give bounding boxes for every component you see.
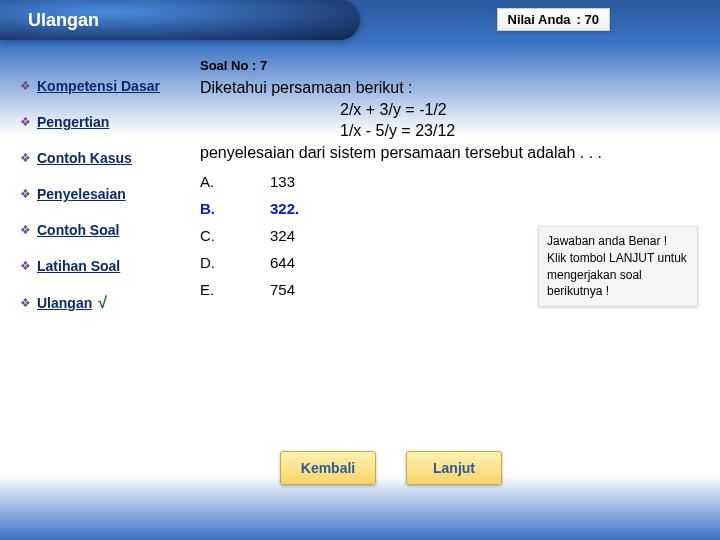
- sidebar-item-label: Penyelesaian: [37, 186, 126, 202]
- sidebar: ❖ Kompetensi Dasar ❖ Pengertian ❖ Contoh…: [0, 58, 190, 332]
- equation-2: 1/x - 5/y = 23/12: [200, 120, 700, 142]
- sidebar-item-label: Latihan Soal: [37, 258, 120, 274]
- option-text: 324: [270, 227, 295, 244]
- sidebar-item-label: Ulangan: [37, 295, 92, 311]
- page-title: Ulangan: [0, 0, 360, 40]
- bullet-icon: ❖: [20, 259, 31, 273]
- sidebar-item-contoh-soal[interactable]: ❖ Contoh Soal: [20, 222, 180, 238]
- option-b[interactable]: B. 322.: [200, 200, 700, 217]
- option-a[interactable]: A. 133: [200, 173, 700, 190]
- sidebar-item-label: Kompetensi Dasar: [37, 78, 160, 94]
- option-letter: E.: [200, 281, 270, 298]
- bullet-icon: ❖: [20, 115, 31, 129]
- option-text: 644: [270, 254, 295, 271]
- bullet-icon: ❖: [20, 151, 31, 165]
- sidebar-item-ulangan[interactable]: ❖ Ulangan √: [20, 294, 180, 312]
- sidebar-item-label: Contoh Soal: [37, 222, 119, 238]
- sidebar-item-label: Pengertian: [37, 114, 109, 130]
- option-text: 322.: [270, 200, 299, 217]
- question-line2: penyelesaian dari sistem persamaan terse…: [200, 144, 602, 161]
- score-value: : 70: [577, 12, 599, 27]
- question-line1: Diketahui persamaan berikut :: [200, 79, 413, 96]
- main-content: Soal No : 7 Diketahui persamaan berikut …: [190, 58, 720, 332]
- question-number: Soal No : 7: [200, 58, 700, 73]
- sidebar-item-kompetensi-dasar[interactable]: ❖ Kompetensi Dasar: [20, 78, 180, 94]
- score-box: Nilai Anda : 70: [497, 8, 611, 31]
- option-letter: D.: [200, 254, 270, 271]
- question-text: Diketahui persamaan berikut : 2/x + 3/y …: [200, 77, 700, 163]
- bullet-icon: ❖: [20, 79, 31, 93]
- sidebar-item-pengertian[interactable]: ❖ Pengertian: [20, 114, 180, 130]
- sidebar-item-penyelesaian[interactable]: ❖ Penyelesaian: [20, 186, 180, 202]
- bullet-icon: ❖: [20, 187, 31, 201]
- score-label: Nilai Anda: [508, 12, 571, 27]
- feedback-message: Jawaban anda Benar ! Klik tombol LANJUT …: [538, 226, 698, 307]
- check-icon: √: [98, 294, 107, 312]
- option-text: 754: [270, 281, 295, 298]
- sidebar-item-latihan-soal[interactable]: ❖ Latihan Soal: [20, 258, 180, 274]
- bullet-icon: ❖: [20, 223, 31, 237]
- option-letter: A.: [200, 173, 270, 190]
- next-button[interactable]: Lanjut: [406, 451, 502, 485]
- option-letter: C.: [200, 227, 270, 244]
- equation-1: 2/x + 3/y = -1/2: [200, 99, 700, 121]
- page-title-text: Ulangan: [28, 10, 99, 31]
- bullet-icon: ❖: [20, 296, 31, 310]
- option-letter: B.: [200, 200, 270, 217]
- sidebar-item-contoh-kasus[interactable]: ❖ Contoh Kasus: [20, 150, 180, 166]
- option-text: 133: [270, 173, 295, 190]
- sidebar-item-label: Contoh Kasus: [37, 150, 132, 166]
- back-button[interactable]: Kembali: [280, 451, 376, 485]
